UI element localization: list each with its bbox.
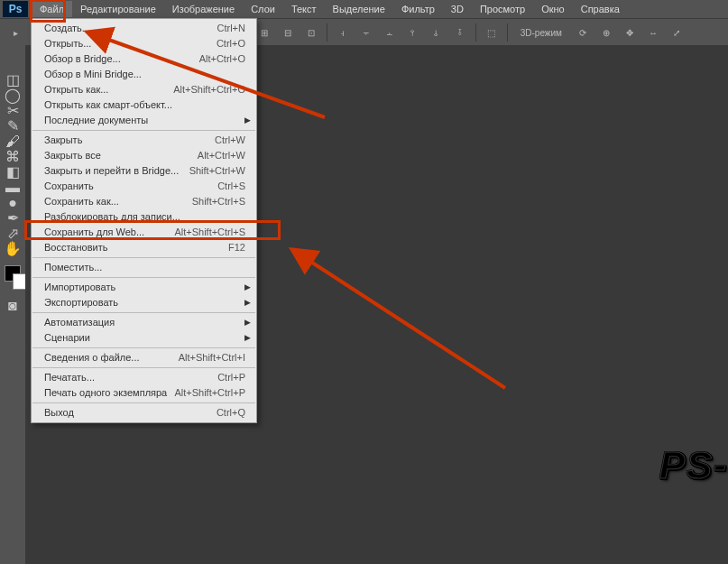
menu-item-импортировать[interactable]: Импортировать▶ <box>32 280 256 295</box>
eraser-tool-icon[interactable]: ◧ <box>3 164 23 180</box>
menu-item-shortcut: Alt+Shift+Ctrl+I <box>179 352 245 364</box>
scale-icon[interactable]: ⤢ <box>668 24 685 41</box>
crop-tool-icon[interactable]: ✂ <box>3 103 23 118</box>
clone-tool-icon[interactable]: ⌘ <box>3 149 23 164</box>
menu-item-label: Закрыть <box>44 134 82 146</box>
menu-item-сохранить-для-web-[interactable]: Сохранить для Web...Alt+Shift+Ctrl+S <box>32 225 256 240</box>
menu-текст[interactable]: Текст <box>283 1 325 17</box>
menu-редактирование[interactable]: Редактирование <box>72 1 164 17</box>
menu-item-label: Закрыть все <box>44 150 101 162</box>
distribute-icon[interactable]: ⊞ <box>256 24 272 41</box>
menu-слои[interactable]: Слои <box>243 1 283 17</box>
menu-item-label: Сведения о файле... <box>44 352 140 364</box>
eyedropper-tool-icon[interactable]: ✎ <box>3 118 23 134</box>
menu-separator <box>32 257 255 258</box>
menu-item-открыть-[interactable]: Открыть...Ctrl+O <box>32 36 256 51</box>
menu-item-label: Печатать... <box>44 372 95 384</box>
align-center-h-icon[interactable]: ⫟ <box>358 24 374 41</box>
menu-item-label: Последние документы <box>44 115 148 126</box>
brush-tool-icon[interactable]: 🖌 <box>3 134 23 149</box>
move-tool-preset-icon[interactable]: ▸ <box>7 24 23 41</box>
menu-item-сохранить[interactable]: СохранитьCtrl+S <box>32 179 256 194</box>
menu-изображение[interactable]: Изображение <box>164 1 243 17</box>
menu-item-закрыть-и-перейти-в-bridge-[interactable]: Закрыть и перейти в Bridge...Shift+Ctrl+… <box>32 163 256 179</box>
menu-item-экспортировать[interactable]: Экспортировать▶ <box>32 295 256 310</box>
menu-item-shortcut: Alt+Shift+Ctrl+O <box>173 84 245 96</box>
hand-tool-icon[interactable]: ✋ <box>3 241 23 256</box>
3d-mode-label[interactable]: 3D-режим <box>515 26 567 40</box>
menu-separator <box>32 402 255 403</box>
menu-item-закрыть-все[interactable]: Закрыть всеAlt+Ctrl+W <box>32 148 256 163</box>
menu-item-выход[interactable]: ВыходCtrl+Q <box>32 405 256 421</box>
menu-item-создать-[interactable]: Создать...Ctrl+N <box>32 21 256 36</box>
distribute-icon-3[interactable]: ⊡ <box>303 24 319 41</box>
menu-item-разблокировать-для-записи-[interactable]: Разблокировать для записи... <box>32 209 256 225</box>
menu-3d[interactable]: 3D <box>443 1 472 17</box>
menu-item-label: Сценарии <box>44 332 90 344</box>
menubar-items: ФайлРедактированиеИзображениеСлоиТекстВы… <box>32 1 628 17</box>
align-left-icon[interactable]: ⫞ <box>335 24 351 41</box>
menu-item-печатать-[interactable]: Печатать...Ctrl+P <box>32 370 256 385</box>
menu-справка[interactable]: Справка <box>573 1 628 17</box>
file-menu-dropdown: Создать...Ctrl+NОткрыть...Ctrl+OОбзор в … <box>31 18 257 423</box>
align-right-icon[interactable]: ⫠ <box>382 24 398 41</box>
menu-item-label: Автоматизация <box>44 317 115 328</box>
menu-файл[interactable]: Файл <box>32 1 72 17</box>
align-bottom-icon[interactable]: ⫱ <box>452 24 468 41</box>
gradient-tool-icon[interactable]: ▬ <box>3 180 23 195</box>
menu-item-открыть-как-смарт-объект-[interactable]: Открыть как смарт-объект... <box>32 97 256 113</box>
menu-item-shortcut: Ctrl+P <box>217 372 245 384</box>
menu-item-печать-одного-экземпляра[interactable]: Печать одного экземпляраAlt+Shift+Ctrl+P <box>32 385 256 401</box>
menu-item-shortcut: Alt+Ctrl+W <box>198 150 245 162</box>
menu-item-shortcut: Alt+Shift+Ctrl+S <box>174 227 245 238</box>
menu-item-label: Импортировать <box>44 282 115 293</box>
align-center-v-icon[interactable]: ⫰ <box>429 24 445 41</box>
menu-item-label: Открыть как смарт-объект... <box>44 99 172 111</box>
menu-item-обзор-в-bridge-[interactable]: Обзор в Bridge...Alt+Ctrl+O <box>32 51 256 67</box>
menu-item-поместить-[interactable]: Поместить... <box>32 260 256 275</box>
menu-item-сценарии[interactable]: Сценарии▶ <box>32 330 256 346</box>
menu-item-label: Открыть как... <box>44 84 108 96</box>
menu-item-сохранить-как-[interactable]: Сохранить как...Shift+Ctrl+S <box>32 194 256 209</box>
menu-item-сведения-о-файле-[interactable]: Сведения о файле...Alt+Shift+Ctrl+I <box>32 350 256 365</box>
orbit-icon[interactable]: ⟳ <box>575 24 591 41</box>
menu-просмотр[interactable]: Просмотр <box>472 1 533 17</box>
menu-окно[interactable]: Окно <box>533 1 573 17</box>
tools-panel: ◫ ◯ ✂ ✎ 🖌 ⌘ ◧ ▬ ● ✒ ⬀ ✋ ◙ <box>0 45 25 564</box>
menu-item-закрыть[interactable]: ЗакрытьCtrl+W <box>32 133 256 148</box>
submenu-arrow-icon: ▶ <box>244 115 251 126</box>
menu-item-shortcut: F12 <box>228 242 245 254</box>
menu-item-label: Экспортировать <box>44 297 118 309</box>
path-tool-icon[interactable]: ⬀ <box>3 226 23 241</box>
menu-item-последние-документы[interactable]: Последние документы▶ <box>32 113 256 128</box>
menubar: Ps ФайлРедактированиеИзображениеСлоиТекс… <box>0 0 728 18</box>
menu-separator <box>32 347 255 348</box>
pen-tool-icon[interactable]: ✒ <box>3 210 23 226</box>
lasso-tool-icon[interactable]: ◯ <box>3 88 23 103</box>
quickmask-icon[interactable]: ◙ <box>3 298 23 313</box>
menu-item-автоматизация[interactable]: Автоматизация▶ <box>32 315 256 330</box>
distribute-icon-2[interactable]: ⊟ <box>280 24 296 41</box>
menu-item-shortcut: Ctrl+N <box>217 23 245 34</box>
submenu-arrow-icon: ▶ <box>244 332 251 344</box>
pan-icon[interactable]: ✥ <box>622 24 638 41</box>
menu-item-восстановить[interactable]: ВосстановитьF12 <box>32 240 256 255</box>
menu-separator <box>32 312 255 313</box>
menu-item-shortcut: Shift+Ctrl+W <box>189 165 245 177</box>
menu-item-обзор-в-mini-bridge-[interactable]: Обзор в Mini Bridge... <box>32 67 256 82</box>
menu-выделение[interactable]: Выделение <box>325 1 393 17</box>
dodge-tool-icon[interactable]: ● <box>3 195 23 210</box>
slide-icon[interactable]: ↔ <box>645 24 661 41</box>
marquee-tool-icon[interactable]: ◫ <box>3 72 23 88</box>
menu-фильтр[interactable]: Фильтр <box>393 1 443 17</box>
menu-item-открыть-как-[interactable]: Открыть как...Alt+Shift+Ctrl+O <box>32 82 256 97</box>
menu-item-label: Печать одного экземпляра <box>44 387 167 399</box>
menu-separator <box>32 130 255 131</box>
menu-separator <box>32 367 255 368</box>
align-top-icon[interactable]: ⫯ <box>405 24 421 41</box>
3d-icon[interactable]: ⬚ <box>484 24 500 41</box>
menu-item-shortcut: Ctrl+Q <box>217 407 245 419</box>
roll-icon[interactable]: ⊕ <box>598 24 614 41</box>
foreground-color-swatch[interactable] <box>5 265 21 282</box>
menu-item-label: Открыть... <box>44 38 91 50</box>
